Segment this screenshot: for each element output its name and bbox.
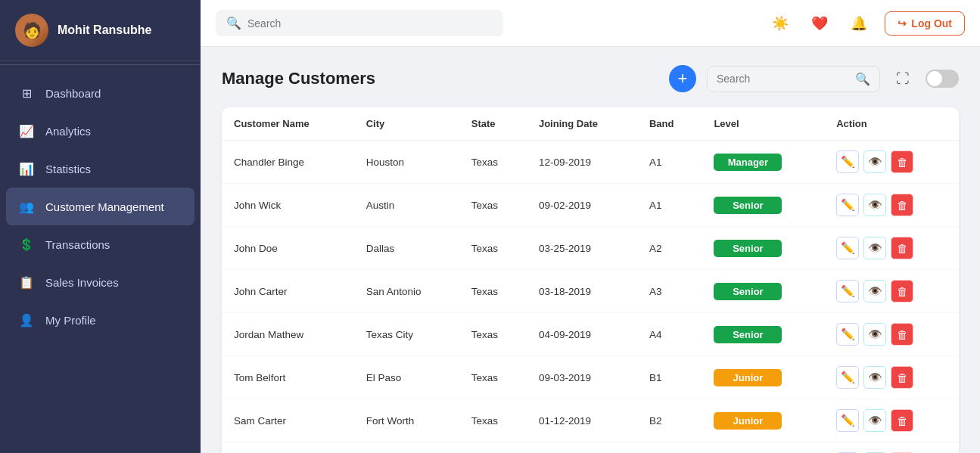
customer-level: Junior (702, 356, 824, 399)
customer-joining-date: 12-09-2019 (527, 141, 637, 184)
table-body: Chandler Binge Houston Texas 12-09-2019 … (222, 141, 959, 454)
manage-customers-header: Manage Customers + 🔍 ⛶ (222, 65, 959, 92)
delete-button[interactable]: 🗑 (891, 366, 913, 389)
sidebar-nav: ⊞ Dashboard📈 Analytics📊 Statistics👥 Cust… (0, 68, 201, 453)
table-search-input[interactable] (717, 73, 849, 85)
logout-button[interactable]: ↪ Log Out (885, 11, 965, 36)
sales-invoices-icon: 📋 (18, 274, 35, 290)
expand-button[interactable]: ⛶ (891, 67, 915, 91)
customer-band: B3 (637, 442, 702, 454)
customer-joining-date: 03-18-2019 (527, 270, 637, 313)
view-button[interactable]: 👁️ (863, 409, 886, 432)
customer-state: Texas (459, 184, 527, 227)
customer-city: Dallas (354, 227, 459, 270)
sidebar-item-statistics[interactable]: 📊 Statistics (0, 150, 201, 188)
view-button[interactable]: 👁️ (863, 150, 886, 173)
edit-button[interactable]: ✏️ (836, 323, 859, 346)
sidebar: 🧑 Mohit Ransubhe ⊞ Dashboard📈 Analytics📊… (0, 0, 201, 453)
col-header: Band (637, 107, 702, 141)
customer-name: Jordan Mathew (222, 313, 354, 356)
sidebar-item-customer-management[interactable]: 👥 Customer Management (6, 188, 194, 225)
customer-joining-date: 01-12-2019 (527, 399, 637, 442)
edit-button[interactable]: ✏️ (836, 409, 859, 432)
search-icon: 🔍 (226, 16, 241, 30)
sidebar-item-dashboard[interactable]: ⊞ Dashboard (0, 74, 201, 112)
customer-band: A1 (637, 184, 702, 227)
sidebar-item-label: Sales Invoices (45, 276, 119, 289)
customer-joining-date: 04-15-2019 (527, 442, 637, 454)
view-toggle[interactable] (926, 70, 959, 88)
col-header: Joining Date (527, 107, 637, 141)
col-header: Customer Name (222, 107, 354, 141)
customer-level: Manager (702, 141, 824, 184)
delete-button[interactable]: 🗑 (891, 150, 913, 173)
customer-level: Senior (702, 184, 824, 227)
topbar-search-input[interactable] (247, 17, 493, 29)
customer-city: Arlington (354, 442, 459, 454)
sidebar-item-label: My Profile (45, 314, 96, 327)
view-button[interactable]: 👁️ (863, 237, 886, 259)
notifications-button[interactable]: 🔔 (845, 10, 873, 37)
customer-state: Texas (459, 270, 527, 313)
sidebar-username: Mohit Ransubhe (58, 23, 151, 37)
delete-button[interactable]: 🗑 (891, 323, 913, 346)
edit-button[interactable]: ✏️ (836, 366, 859, 389)
customer-state: Texas (459, 141, 527, 184)
topbar-search-bar: 🔍 (216, 10, 503, 36)
dashboard-icon: ⊞ (18, 85, 35, 101)
table-row: John Wick Austin Texas 09-02-2019 A1 Sen… (222, 184, 959, 227)
statistics-icon: 📊 (18, 160, 35, 177)
customer-actions: ✏️ 👁️ 🗑 (824, 270, 959, 313)
customer-actions: ✏️ 👁️ 🗑 (824, 442, 959, 454)
customer-joining-date: 04-09-2019 (527, 313, 637, 356)
customers-table: Customer NameCityStateJoining DateBandLe… (222, 107, 959, 453)
table-row: John Carter San Antonio Texas 03-18-2019… (222, 270, 959, 313)
edit-button[interactable]: ✏️ (836, 194, 859, 216)
customer-actions: ✏️ 👁️ 🗑 (824, 313, 959, 356)
customer-actions: ✏️ 👁️ 🗑 (824, 227, 959, 270)
sidebar-item-analytics[interactable]: 📈 Analytics (0, 112, 201, 150)
sidebar-item-transactions[interactable]: 💲 Transactions (0, 225, 201, 263)
customer-band: B1 (637, 356, 702, 399)
avatar: 🧑 (15, 14, 48, 47)
customer-name: Sam Carter (222, 399, 354, 442)
customer-joining-date: 09-02-2019 (527, 184, 637, 227)
customer-band: B2 (637, 399, 702, 442)
edit-button[interactable]: ✏️ (836, 150, 859, 173)
favorites-button[interactable]: ❤️ (806, 10, 833, 37)
customer-joining-date: 09-03-2019 (527, 356, 637, 399)
delete-button[interactable]: 🗑 (891, 194, 913, 216)
table-row: Jordan Mathew Texas City Texas 04-09-201… (222, 313, 959, 356)
table-header: Customer NameCityStateJoining DateBandLe… (222, 107, 959, 141)
view-button[interactable]: 👁️ (863, 194, 886, 216)
col-header: Action (824, 107, 959, 141)
customer-band: A4 (637, 313, 702, 356)
customer-actions: ✏️ 👁️ 🗑 (824, 356, 959, 399)
customer-name: Chandler Binge (222, 141, 354, 184)
delete-button[interactable]: 🗑 (891, 280, 913, 303)
edit-button[interactable]: ✏️ (836, 237, 859, 259)
theme-toggle-button[interactable]: ☀️ (767, 10, 794, 37)
view-button[interactable]: 👁️ (863, 323, 886, 346)
content-area: Manage Customers + 🔍 ⛶ Customer NameCity… (201, 47, 980, 453)
view-button[interactable]: 👁️ (863, 366, 886, 389)
customer-name: John Doe (222, 227, 354, 270)
customer-city: El Paso (354, 356, 459, 399)
delete-button[interactable]: 🗑 (891, 237, 913, 259)
topbar: 🔍 ☀️ ❤️ 🔔 ↪ Log Out (201, 0, 980, 47)
table-row: Chandler Binge Houston Texas 12-09-2019 … (222, 141, 959, 184)
delete-button[interactable]: 🗑 (891, 409, 913, 432)
sidebar-item-sales-invoices[interactable]: 📋 Sales Invoices (0, 263, 201, 301)
customer-city: Texas City (354, 313, 459, 356)
topbar-right: ☀️ ❤️ 🔔 ↪ Log Out (767, 10, 965, 37)
customer-band: A3 (637, 270, 702, 313)
sidebar-item-label: Transactions (45, 238, 110, 251)
add-customer-button[interactable]: + (669, 65, 696, 92)
customer-name: John Carter (222, 270, 354, 313)
customer-state: Texas (459, 399, 527, 442)
edit-button[interactable]: ✏️ (836, 280, 859, 303)
transactions-icon: 💲 (18, 236, 35, 253)
analytics-icon: 📈 (18, 123, 35, 139)
view-button[interactable]: 👁️ (863, 280, 886, 303)
sidebar-item-my-profile[interactable]: 👤 My Profile (0, 301, 201, 339)
